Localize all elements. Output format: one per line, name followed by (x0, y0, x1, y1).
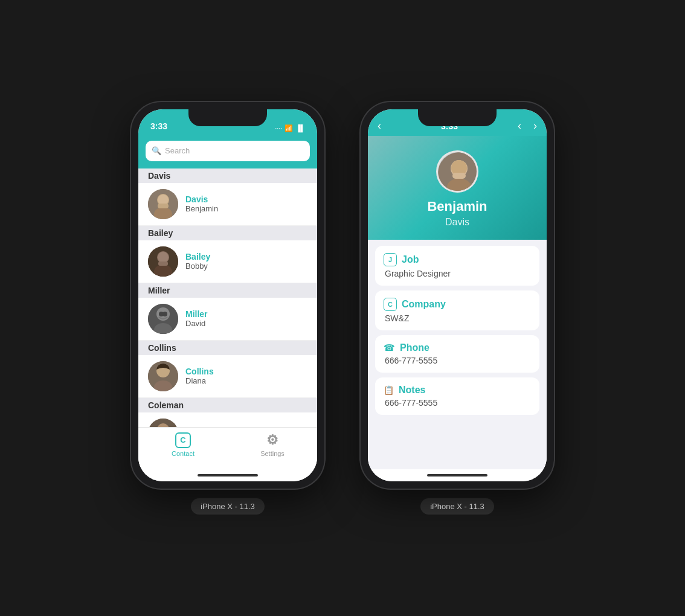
phone-label-right: iPhone X - 11.3 (420, 498, 494, 515)
contact-last-miller: Miller (185, 309, 208, 319)
phone-label: Phone (400, 342, 429, 353)
detail-content: J Job Graphic Designer C Company (368, 240, 547, 469)
job-field-header: J Job (384, 253, 531, 266)
contact-tab-label: Contact (172, 450, 195, 457)
avatar-miller (148, 304, 178, 334)
notes-label: Notes (399, 385, 425, 396)
section-header-davis: Davis (138, 168, 317, 183)
settings-tab-label: Settings (260, 450, 285, 457)
left-phone-wrapper: 3:33 ···· 📶 ▐▌ 🔍 Search (131, 102, 324, 515)
detail-card-notes: 📋 Notes 666-777-5555 (375, 377, 539, 415)
section-header-coleman: Coleman (138, 398, 317, 412)
search-placeholder: Search (165, 146, 190, 155)
company-icon: C (384, 298, 397, 311)
signal-icon-left: ···· (275, 124, 282, 132)
detail-avatar (436, 150, 478, 193)
tab-bar-left: C Contact ⚙ Settings (138, 427, 317, 469)
settings-tab-icon: ⚙ (265, 432, 280, 448)
contact-info-collins: Collins Diana (185, 367, 214, 385)
job-label: Job (402, 254, 419, 265)
contact-row-collins[interactable]: Collins Diana (138, 355, 317, 398)
notes-value: 666-777-5555 (384, 398, 531, 408)
contact-info-bailey: Bailey Bobby (185, 252, 210, 271)
detail-first-name: Benjamin (427, 199, 487, 214)
contact-row-davis[interactable]: Davis Benjamin (138, 183, 317, 226)
contact-row-miller[interactable]: Miller David (138, 298, 317, 341)
battery-icon-left: ▐▌ (295, 124, 305, 132)
detail-card-phone: ☎ Phone 666-777-5555 (375, 335, 539, 373)
detail-card-job: J Job Graphic Designer (375, 246, 539, 286)
contact-last-collins: Collins (185, 367, 214, 376)
section-header-miller: Miller (138, 283, 317, 298)
notes-field-header: 📋 Notes (384, 385, 531, 396)
notch-left (188, 109, 267, 126)
right-phone: ‹ 3:33 ‹ › (361, 102, 554, 489)
contact-last-davis: Davis (185, 194, 218, 204)
phone-value: 666-777-5555 (384, 356, 531, 365)
contact-list: Davis Davi (138, 168, 317, 427)
company-label: Company (402, 299, 446, 310)
home-bar-right (368, 469, 547, 481)
search-icon: 🔍 (152, 146, 161, 155)
wifi-icon-left: 📶 (285, 124, 293, 132)
right-phone-wrapper: ‹ 3:33 ‹ › (361, 102, 554, 515)
company-field-header: C Company (384, 298, 531, 311)
tab-contact[interactable]: C Contact (138, 432, 228, 457)
prev-arrow[interactable]: ‹ (518, 120, 521, 132)
contact-first-miller: David (185, 319, 208, 328)
svg-point-8 (158, 252, 169, 263)
search-bar-wrap: 🔍 Search (138, 136, 317, 168)
contact-row-bailey[interactable]: Bailey Bobby (138, 240, 317, 283)
avatar-collins (148, 361, 178, 391)
section-header-bailey: Bailey (138, 226, 317, 240)
contact-first-davis: Benjamin (185, 204, 218, 213)
svg-rect-4 (158, 204, 169, 208)
home-bar-line-right (427, 474, 487, 476)
left-phone-inner: 3:33 ···· 📶 ▐▌ 🔍 Search (138, 109, 317, 481)
section-header-collins: Collins (138, 341, 317, 355)
phone-field-header: ☎ Phone (384, 342, 531, 353)
detail-header: Benjamin Davis (368, 136, 547, 240)
contact-last-bailey: Bailey (185, 252, 210, 261)
detail-last-name: Davis (445, 217, 469, 228)
notch-right (418, 109, 497, 126)
status-icons-left: ···· 📶 ▐▌ (275, 124, 305, 132)
job-icon: J (384, 253, 397, 266)
svg-rect-9 (158, 261, 168, 266)
back-arrow[interactable]: ‹ (378, 120, 381, 132)
contact-first-collins: Diana (185, 376, 214, 385)
home-bar-line-left (198, 474, 258, 476)
company-value: SW&Z (384, 313, 531, 323)
svg-point-14 (162, 312, 167, 316)
left-phone: 3:33 ···· 📶 ▐▌ 🔍 Search (131, 102, 324, 489)
contact-tab-icon: C (175, 432, 191, 448)
phone-icon: ☎ (384, 342, 395, 353)
contact-info-davis: Davis Benjamin (185, 194, 218, 213)
notes-icon: 📋 (384, 385, 394, 395)
contact-first-bailey: Bobby (185, 261, 210, 271)
nav-arrows: ‹ › (518, 120, 537, 132)
right-phone-inner: ‹ 3:33 ‹ › (368, 109, 547, 481)
search-bar[interactable]: 🔍 Search (146, 141, 310, 161)
home-bar-left (138, 469, 317, 481)
svg-rect-25 (452, 173, 466, 179)
tab-settings[interactable]: ⚙ Settings (228, 432, 317, 457)
contact-info-miller: Miller David (185, 309, 208, 328)
job-value: Graphic Designer (384, 269, 531, 278)
scene: 3:33 ···· 📶 ▐▌ 🔍 Search (131, 102, 554, 515)
avatar-coleman (148, 419, 178, 427)
phone-label-left: iPhone X - 11.3 (191, 498, 265, 515)
contact-row-coleman[interactable]: Coleman (138, 412, 317, 427)
next-arrow[interactable]: › (533, 120, 537, 132)
avatar-davis (148, 189, 178, 219)
time-left: 3:33 (150, 121, 167, 132)
detail-card-company: C Company SW&Z (375, 290, 539, 330)
avatar-bailey (148, 246, 178, 277)
